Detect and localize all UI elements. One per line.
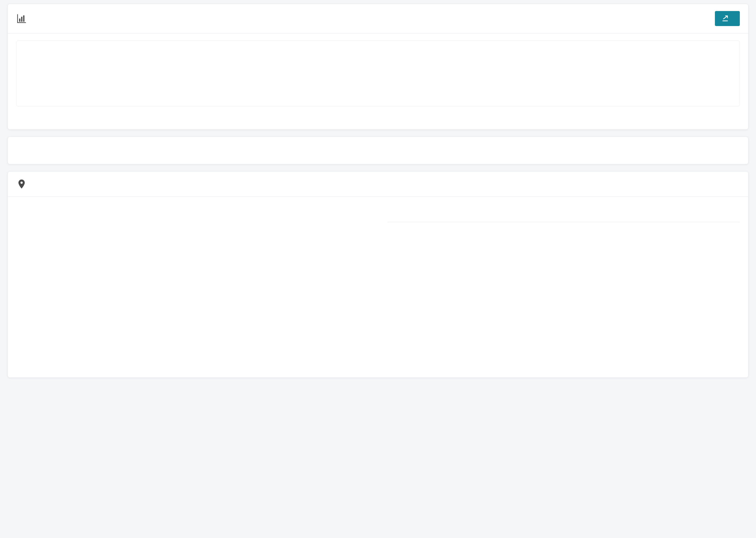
geo-content (8, 197, 748, 351)
geo-pie-chart (16, 197, 218, 351)
rates-body (8, 137, 748, 164)
tracking-stats-body (8, 33, 748, 129)
geo-table-header (388, 205, 740, 222)
geo-opens-card (8, 171, 748, 378)
tracking-stats-header (8, 4, 748, 33)
export-basic-stats-button[interactable] (715, 11, 740, 26)
map-pin-icon (16, 179, 27, 189)
bar-chart-icon (16, 13, 27, 24)
geo-opens-header (8, 172, 748, 197)
geo-legend (218, 206, 382, 351)
geo-table (388, 205, 740, 351)
export-icon (722, 15, 729, 23)
bottom-fade (8, 360, 748, 377)
summary-row (16, 41, 740, 106)
rates-card (8, 136, 748, 164)
tracking-stats-card (8, 4, 748, 130)
page (0, 0, 756, 378)
